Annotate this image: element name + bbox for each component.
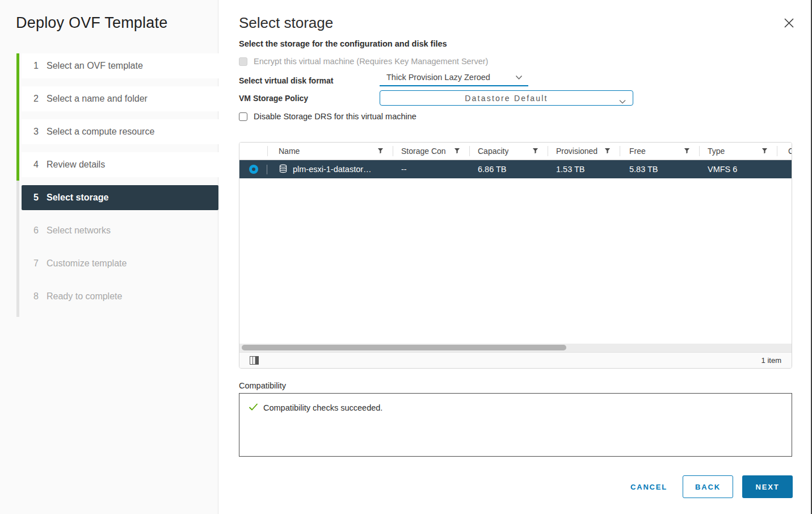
storage-policy-dropdown[interactable]: Datastore Default [380,90,633,106]
filter-icon[interactable] [684,147,690,156]
capacity-cell: 6.86 TB [469,160,548,178]
disable-drs-row: Disable Storage DRS for this virtual mac… [239,112,793,121]
disable-drs-checkbox[interactable] [239,112,247,121]
page-subtitle: Select the storage for the configuration… [239,39,793,48]
grid-header-free[interactable]: Free [620,143,699,160]
chevron-down-icon [515,73,523,82]
wizard-actions: CANCEL BACK NEXT [239,475,793,498]
step-number: 2 [33,94,47,104]
step-number: 5 [33,193,47,203]
grid-header-select-col [239,143,267,160]
grid-header-capacity[interactable]: Capacity [469,143,548,160]
step-number: 6 [33,225,47,236]
progress-track-remaining [16,181,19,317]
radio-selected[interactable] [249,165,258,174]
step-label: Ready to complete [47,291,122,302]
sidebar-step-4[interactable]: 4 Review details [22,152,218,177]
disk-format-label: Select virtual disk format [239,76,380,85]
wizard-sidebar: Deploy OVF Template 1 Select an OVF temp… [0,0,218,514]
column-label: Capacity [478,147,508,156]
step-label: Select storage [47,193,108,203]
step-label: Select networks [47,225,111,236]
sidebar-step-2[interactable]: 2 Select a name and folder [22,86,218,111]
grid-empty-body [239,178,792,344]
success-check-icon [249,403,258,413]
disk-format-row: Select virtual disk format Thick Provisi… [239,74,793,87]
datastore-name-cell: plm-esxi-1-datastor… [267,160,393,178]
column-label: Provisioned [556,147,598,156]
step-number: 1 [33,61,47,71]
cancel-button[interactable]: CANCEL [630,483,667,491]
grid-header-row: Name Storage Con Capacity Provisioned [239,143,792,160]
sidebar-step-7[interactable]: 7 Customize template [22,251,218,276]
radio-dot [252,168,255,171]
step-number: 7 [33,258,47,269]
provisioned-cell: 1.53 TB [548,160,620,178]
disk-format-dropdown[interactable]: Thick Provision Lazy Zeroed [380,73,528,86]
wizard-title: Deploy OVF Template [0,0,218,32]
step-number: 8 [33,291,47,302]
disable-drs-label: Disable Storage DRS for this virtual mac… [254,112,416,121]
storage-policy-label: VM Storage Policy [239,94,380,103]
encrypt-vm-label: Encrypt this virtual machine (Requires K… [254,57,488,66]
grid-header-name[interactable]: Name [267,143,393,160]
back-button[interactable]: BACK [683,475,733,498]
compatibility-box: Compatibility checks succeeded. [239,393,792,457]
filter-icon[interactable] [761,147,768,156]
free-cell: 5.83 TB [620,160,699,178]
column-label: Free [629,147,646,156]
sidebar-step-8[interactable]: 8 Ready to complete [22,284,218,309]
storage-compat-cell: -- [393,160,469,178]
filter-icon[interactable] [377,147,384,156]
disk-format-value: Thick Provision Lazy Zeroed [386,73,490,82]
cluster-cell [777,160,792,178]
column-label: Storage Con [401,147,446,156]
sidebar-step-6[interactable]: 6 Select networks [22,218,218,243]
type-cell: VMFS 6 [699,160,777,178]
grid-header-type[interactable]: Type [699,143,777,160]
storage-policy-row: VM Storage Policy Datastore Default [239,90,793,106]
wizard-steps: 1 Select an OVF template 2 Select a name… [0,53,218,309]
scrollbar-thumb[interactable] [242,345,566,350]
compatibility-label: Compatibility [239,381,793,390]
filter-icon[interactable] [532,147,538,156]
column-settings-icon[interactable] [250,356,259,365]
item-count: 1 item [761,356,781,365]
step-label: Select a compute resource [47,127,154,137]
encrypt-vm-checkbox [239,57,247,66]
sidebar-step-3[interactable]: 3 Select a compute resource [22,119,218,144]
step-label: Review details [47,160,105,170]
next-button[interactable]: NEXT [742,475,793,498]
step-number: 3 [33,127,47,137]
step-label: Select an OVF template [47,61,143,71]
wizard-content: Select storage Select the storage for th… [219,0,812,514]
chevron-down-icon [619,97,626,106]
filter-icon[interactable] [454,147,460,156]
sidebar-step-5-active[interactable]: 5 Select storage [22,185,218,210]
datastore-icon [279,164,288,175]
datastore-grid: Name Storage Con Capacity Provisioned [239,142,792,369]
column-label: Name [279,147,300,156]
grid-header-provisioned[interactable]: Provisioned [548,143,620,160]
filter-icon[interactable] [604,147,611,156]
row-select-cell [239,160,267,178]
compatibility-message: Compatibility checks succeeded. [263,403,382,412]
encrypt-vm-row: Encrypt this virtual machine (Requires K… [239,57,793,66]
step-label: Select a name and folder [47,94,148,104]
grid-header-cluster[interactable]: Cluster [777,143,792,160]
step-label: Customize template [47,258,127,269]
grid-header-storage-compatibility[interactable]: Storage Con [393,143,469,160]
column-label: Cluster [788,147,792,156]
close-icon[interactable] [783,17,795,29]
sidebar-step-1[interactable]: 1 Select an OVF template [22,53,218,78]
storage-policy-value: Datastore Default [465,94,548,103]
datastore-name: plm-esxi-1-datastor… [293,165,372,174]
grid-footer: 1 item [239,352,792,368]
progress-track-complete [16,53,19,181]
horizontal-scrollbar[interactable] [239,344,792,352]
compatibility-status: Compatibility checks succeeded. [249,403,782,413]
datastore-row-selected[interactable]: plm-esxi-1-datastor… -- 6.86 TB 1.53 TB … [239,160,792,178]
column-label: Type [708,147,725,156]
page-title: Select storage [239,14,793,32]
step-number: 4 [33,160,47,170]
